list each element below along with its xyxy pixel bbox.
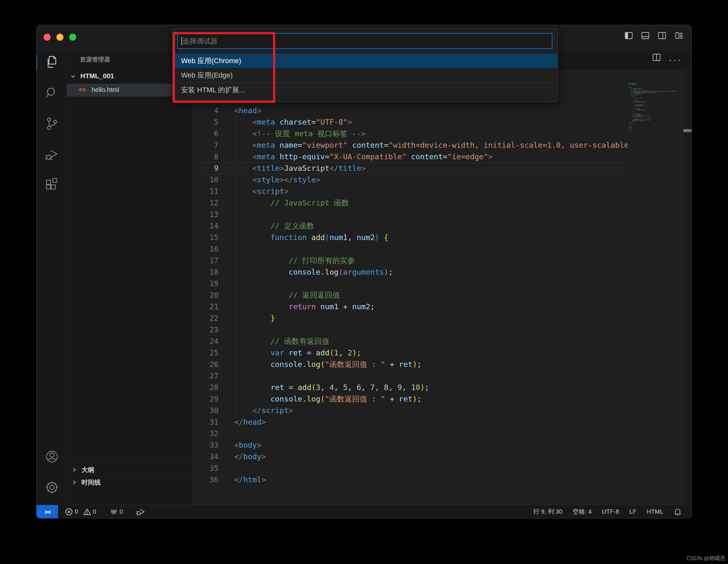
close-button[interactable] [44,34,51,41]
code-line[interactable]: 36</html> [193,474,691,485]
error-circle-icon [65,508,73,516]
code-text: <title>JavaScript</title> [234,164,366,173]
scrollbar-track[interactable] [683,70,691,505]
indent-guide [272,289,272,301]
code-line[interactable]: 30 </script> [193,405,691,416]
code-line[interactable]: 25 var ret = add(1, 2); [193,347,691,359]
code-line[interactable]: 12 // JavaScript 函数 [193,197,691,209]
code-line[interactable]: 8 <meta http-equiv="X-UA-Compatible" con… [193,151,691,162]
code-line[interactable]: 26 console.log("函数返回值 : " + ret); [193,359,691,370]
code-line[interactable]: 29 console.log("函数返回值 : " + ret); [193,393,691,405]
code-text: return num1 + num2; [234,302,375,311]
code-text: } [234,314,275,323]
language-mode[interactable]: HTML [647,508,663,515]
code-line[interactable]: 13 [193,209,691,220]
code-line[interactable]: 6 <!-- 设置 meta 视口标签 --> [193,128,691,139]
indent-guide [272,266,272,278]
code-line[interactable]: 9 <title>JavaScript</title> [193,162,691,174]
line-number: 6 [193,128,219,139]
line-number: 31 [193,416,219,428]
code-text: <body> [234,441,261,450]
indent-guide [254,301,254,312]
line-number: 11 [193,186,219,197]
timeline-panel-header[interactable]: 时间线 [67,476,193,488]
outline-panel-header[interactable]: 大纲 [67,463,193,476]
code-line[interactable]: 28 ret = add(3, 4, 5, 6, 7, 8, 9, 10); [193,382,691,393]
line-number: 5 [193,116,219,128]
explorer-icon[interactable] [44,54,60,70]
line-number: 24 [193,336,219,347]
indentation[interactable]: 空格: 4 [573,508,591,516]
cursor-position[interactable]: 行 9, 列 30 [533,508,562,516]
indent-guide [254,289,254,301]
explorer-sidebar: 资源管理器 HTML_001 <> hello.html 大纲 时间线 [67,52,193,505]
code-line[interactable]: 35 [193,462,691,474]
indent-guide [254,255,254,266]
code-line[interactable]: 22 } [193,312,691,324]
code-line[interactable]: 5 <meta charset="UTF-8"> [193,116,691,128]
ports-status[interactable]: 0 [110,508,123,516]
indent-guide [254,312,254,324]
code-line[interactable]: 15 function add(num1, num2) { [193,232,691,243]
code-text: // 打印所有的实参 [234,256,355,265]
indent-guide [254,232,254,243]
zoom-button[interactable] [69,34,76,41]
encoding[interactable]: UTF-8 [602,508,619,515]
code-text: function add(num1, num2) { [234,233,388,242]
remote-indicator[interactable]: >< [37,505,58,518]
problems-status[interactable]: 0 0 [65,508,96,516]
minimap[interactable]: <!DOCTYPE html><html lang="en"><head> <m… [628,70,691,505]
error-count: 0 [75,508,78,515]
more-actions-icon[interactable]: ··· [669,52,682,70]
line-number: 29 [193,393,219,405]
indent-guide [254,382,254,393]
toggle-primary-sidebar-icon[interactable] [625,31,633,40]
code-line[interactable]: 16 [193,243,691,255]
code-editor[interactable]: 1<!DOCTYPE html>2<html lang="en">34<head… [193,70,691,505]
run-and-debug-icon[interactable] [44,147,60,162]
code-line[interactable]: 23 [193,324,691,336]
code-text: <meta name="viewport" content="width=dev… [234,141,651,150]
code-line[interactable]: 20 // 返回返回值 [193,289,691,301]
source-control-icon[interactable] [44,116,60,131]
minimize-button[interactable] [56,34,63,41]
toggle-panel-icon[interactable] [641,31,649,40]
code-line[interactable]: 18 console.log(arguments); [193,266,691,278]
line-number: 28 [193,382,219,393]
outline-label: 大纲 [81,466,94,474]
accounts-icon[interactable] [44,449,60,464]
code-line[interactable]: 14 // 定义函数 [193,220,691,232]
code-line[interactable]: 10 <style></style> [193,174,691,186]
indent-guide [254,336,254,347]
code-line[interactable]: 27 [193,370,691,382]
debug-start-status[interactable] [136,508,144,516]
eol-sequence[interactable]: LF [629,508,636,515]
toggle-secondary-sidebar-icon[interactable] [658,31,666,40]
line-number: 9 [193,162,219,174]
code-line[interactable]: 33<body> [193,439,691,451]
code-line[interactable]: 17 // 打印所有的实参 [193,255,691,266]
search-icon[interactable] [44,85,60,101]
settings-gear-icon[interactable] [44,480,60,495]
scrollbar-thumb[interactable] [683,129,691,132]
code-line[interactable]: 4<head> [193,105,691,116]
chevron-right-icon [71,467,77,473]
code-line[interactable]: 11 <script> [193,186,691,197]
code-line[interactable]: 7 <meta name="viewport" content="width=d… [193,139,691,151]
extensions-icon[interactable] [44,178,60,193]
code-line[interactable]: 31</head> [193,416,691,428]
code-line[interactable]: 34</body> [193,451,691,462]
radio-tower-icon [110,508,118,516]
split-editor-icon[interactable] [652,53,661,62]
code-line[interactable]: 19 [193,278,691,289]
customize-layout-icon[interactable] [675,31,683,40]
line-number: 16 [193,243,219,255]
code-line[interactable]: 24 // 函数有返回值 [193,336,691,347]
debug-start-icon [136,508,144,516]
code-line[interactable]: 21 return num1 + num2; [193,301,691,312]
indent-guide [254,243,254,255]
minimap-content: <!DOCTYPE html><html lang="en"><head> <m… [628,83,691,130]
line-number: 23 [193,324,219,336]
notifications-bell-icon[interactable] [674,508,682,516]
code-line[interactable]: 32 [193,428,691,439]
